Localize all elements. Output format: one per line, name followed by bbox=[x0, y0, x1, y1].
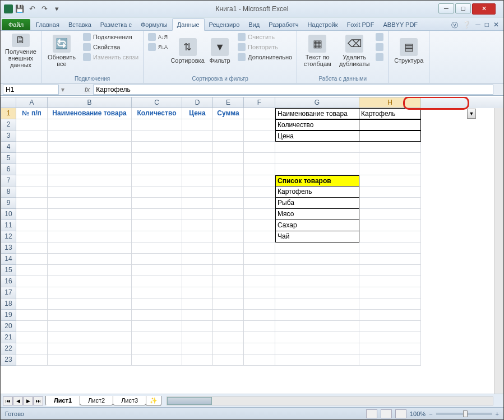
cell-D16[interactable] bbox=[182, 276, 213, 287]
cell-B1[interactable]: Наименование товара bbox=[48, 108, 132, 119]
remove-duplicates-button[interactable]: ⌫ Удалить дубликаты bbox=[337, 32, 371, 69]
help-icon[interactable]: ❔ bbox=[463, 21, 471, 30]
text-to-columns-button[interactable]: ▦ Текст по столбцам bbox=[300, 32, 334, 69]
cell-A23[interactable] bbox=[16, 354, 48, 366]
qat-undo[interactable]: ↶ bbox=[26, 3, 38, 15]
name-box[interactable]: H1 bbox=[3, 85, 59, 95]
cell-G5[interactable] bbox=[275, 153, 359, 164]
cell-H11[interactable] bbox=[359, 220, 421, 231]
cell-E10[interactable] bbox=[213, 209, 244, 220]
tab-layout[interactable]: Разметка с bbox=[96, 19, 136, 30]
cell-C23[interactable] bbox=[132, 354, 182, 366]
cell-A22[interactable] bbox=[16, 343, 48, 354]
cell-H13[interactable] bbox=[359, 242, 421, 254]
cell-H23[interactable] bbox=[359, 354, 421, 366]
cell-G19[interactable] bbox=[275, 310, 359, 321]
cell-D21[interactable] bbox=[182, 332, 213, 343]
cell-D2[interactable] bbox=[182, 119, 213, 130]
cell-B10[interactable] bbox=[48, 209, 132, 220]
workbook-restore[interactable]: □ bbox=[485, 21, 489, 30]
refresh-all-button[interactable]: 🔄 Обновить все bbox=[45, 32, 78, 69]
cell-D8[interactable] bbox=[182, 186, 213, 198]
cell-F16[interactable] bbox=[244, 276, 275, 287]
row-header-2[interactable]: 2 bbox=[1, 119, 16, 130]
row-header-8[interactable]: 8 bbox=[1, 186, 16, 198]
cell-E19[interactable] bbox=[213, 310, 244, 321]
cell-E11[interactable] bbox=[213, 220, 244, 231]
cell-C18[interactable] bbox=[132, 298, 182, 310]
col-header-D[interactable]: D bbox=[182, 97, 213, 108]
cell-H2[interactable] bbox=[359, 119, 421, 130]
cell-G8[interactable]: Картофель bbox=[275, 186, 359, 198]
row-header-10[interactable]: 10 bbox=[1, 209, 16, 220]
cell-A6[interactable] bbox=[16, 164, 48, 175]
cell-A4[interactable] bbox=[16, 142, 48, 153]
row-header-14[interactable]: 14 bbox=[1, 254, 16, 265]
cell-E12[interactable] bbox=[213, 231, 244, 242]
cell-A20[interactable] bbox=[16, 321, 48, 332]
view-pagebreak-button[interactable] bbox=[395, 409, 406, 418]
cell-C15[interactable] bbox=[132, 265, 182, 276]
tab-data[interactable]: Данные bbox=[172, 18, 205, 31]
cell-G9[interactable]: Рыба bbox=[275, 198, 359, 209]
cell-F17[interactable] bbox=[244, 287, 275, 298]
cell-A13[interactable] bbox=[16, 242, 48, 254]
cell-G18[interactable] bbox=[275, 298, 359, 310]
data-validation-button[interactable] bbox=[374, 32, 385, 41]
row-header-20[interactable]: 20 bbox=[1, 321, 16, 332]
cell-B4[interactable] bbox=[48, 142, 132, 153]
tab-nav-first[interactable]: ⏮ bbox=[3, 396, 13, 405]
cell-C21[interactable] bbox=[132, 332, 182, 343]
cell-A14[interactable] bbox=[16, 254, 48, 265]
cell-B8[interactable] bbox=[48, 186, 132, 198]
connections-button[interactable]: Подключения bbox=[82, 32, 140, 41]
cell-E15[interactable] bbox=[213, 265, 244, 276]
row-header-4[interactable]: 4 bbox=[1, 142, 16, 153]
col-header-H[interactable]: H bbox=[359, 97, 421, 108]
tab-insert[interactable]: Вставка bbox=[64, 19, 96, 30]
cell-G13[interactable] bbox=[275, 242, 359, 254]
row-header-3[interactable]: 3 bbox=[1, 130, 16, 142]
qat-more[interactable]: ▾ bbox=[51, 3, 62, 15]
cell-C9[interactable] bbox=[132, 198, 182, 209]
row-header-12[interactable]: 12 bbox=[1, 231, 16, 242]
cell-A9[interactable] bbox=[16, 198, 48, 209]
cell-G16[interactable] bbox=[275, 276, 359, 287]
cell-G12[interactable]: Чай bbox=[275, 231, 359, 242]
row-header-13[interactable]: 13 bbox=[1, 242, 16, 254]
cell-B12[interactable] bbox=[48, 231, 132, 242]
cell-B7[interactable] bbox=[48, 175, 132, 186]
row-header-5[interactable]: 5 bbox=[1, 153, 16, 164]
cell-H16[interactable] bbox=[359, 276, 421, 287]
cell-C1[interactable]: Количество bbox=[132, 108, 182, 119]
cell-B18[interactable] bbox=[48, 298, 132, 310]
sheet-tab-3[interactable]: Лист3 bbox=[113, 396, 146, 405]
cell-H5[interactable] bbox=[359, 153, 421, 164]
cell-A17[interactable] bbox=[16, 287, 48, 298]
cell-F12[interactable] bbox=[244, 231, 275, 242]
cell-C3[interactable] bbox=[132, 130, 182, 142]
cell-B13[interactable] bbox=[48, 242, 132, 254]
cell-G11[interactable]: Сахар bbox=[275, 220, 359, 231]
tab-foxit[interactable]: Foxit PDF bbox=[343, 19, 379, 30]
workbook-minimize[interactable]: ─ bbox=[475, 21, 480, 30]
cell-A3[interactable] bbox=[16, 130, 48, 142]
clear-filter-button[interactable]: Очистить bbox=[237, 32, 293, 41]
cell-F13[interactable] bbox=[244, 242, 275, 254]
cell-D4[interactable] bbox=[182, 142, 213, 153]
cell-B2[interactable] bbox=[48, 119, 132, 130]
row-header-23[interactable]: 23 bbox=[1, 354, 16, 366]
cell-H17[interactable] bbox=[359, 287, 421, 298]
cell-H3[interactable] bbox=[359, 130, 421, 142]
cell-A8[interactable] bbox=[16, 186, 48, 198]
formula-input[interactable]: Картофель bbox=[93, 85, 493, 95]
filter-button[interactable]: ▼ Фильтр bbox=[206, 32, 233, 69]
cell-C10[interactable] bbox=[132, 209, 182, 220]
cell-E3[interactable] bbox=[213, 130, 244, 142]
cell-G23[interactable] bbox=[275, 354, 359, 366]
cell-D20[interactable] bbox=[182, 321, 213, 332]
col-header-G[interactable]: G bbox=[275, 97, 359, 108]
tab-nav-next[interactable]: ▶ bbox=[23, 396, 33, 405]
view-normal-button[interactable] bbox=[366, 409, 377, 418]
cell-D3[interactable] bbox=[182, 130, 213, 142]
